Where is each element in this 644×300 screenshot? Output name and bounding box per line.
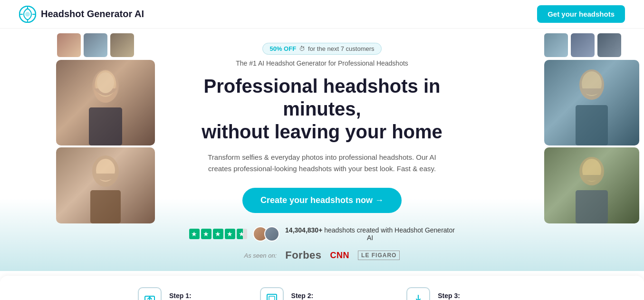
right-main-photos [539,60,644,223]
as-seen-label: As seen on: [244,252,277,259]
svg-rect-23 [269,296,275,300]
star-2: ★ [201,229,211,239]
step-3: Step 3: Download your headshot [406,287,506,300]
step-2-title: Step 2: [291,292,369,300]
left-photos [0,29,162,223]
steps-section: Step 1: Upload your selfies Step 2: Our … [0,276,644,300]
step-2-icon [260,287,284,300]
step-3-text: Step 3: Download your headshot [438,292,506,300]
hero-section: 50% OFF ⏱ for the next 7 customers The #… [0,29,644,271]
svg-rect-8 [89,107,122,145]
headline-line2: without leaving your home [202,121,442,142]
as-seen-on: As seen on: Forbes CNN LE FIGARO [189,249,455,261]
svg-point-1 [25,12,30,17]
left-thumbs [0,29,162,57]
right-photo-1 [544,60,639,145]
right-thumb-1 [544,33,568,57]
user-avatars [253,226,279,242]
star-1: ★ [189,229,200,239]
left-thumb-1 [57,33,81,57]
off-text: 50% OFF [269,45,296,52]
svg-rect-15 [576,105,608,145]
step-2-text: Step 2: Our AI generates the photos [291,292,369,300]
subtitle-line: The #1 AI Headshot Generator for Profess… [189,59,455,67]
step-1: Step 1: Upload your selfies [138,287,222,300]
svg-rect-18 [576,190,608,223]
forbes-logo: Forbes [285,249,321,261]
logo-icon [19,6,36,23]
trust-suffix: headshots created with Headshot Generato… [322,226,455,242]
svg-point-10 [97,72,114,93]
left-thumb-2 [84,33,107,57]
trustpilot-stars: ★ ★ ★ ★ ★ [189,229,247,239]
logo-text: Headshot Generator AI [41,9,144,19]
trust-row: ★ ★ ★ ★ ★ 14,304,830+ headshots created … [189,226,455,242]
right-photo-2 [544,147,639,223]
hero-cta-button[interactable]: Create your headshots now → [242,188,402,213]
star-5-half: ★ [237,229,247,239]
figaro-logo: LE FIGARO [358,251,400,260]
header-cta-button[interactable]: Get your headshots [537,5,625,23]
star-3: ★ [213,229,223,239]
step-1-title: Step 1: [169,292,222,300]
step-3-icon [406,287,430,300]
star-4: ★ [225,229,235,239]
left-photo-2 [56,147,155,223]
logo-area: Headshot Generator AI [19,6,144,23]
description: Transform selfies & everyday photos into… [189,152,455,174]
svg-rect-22 [267,294,277,300]
center-content: 50% OFF ⏱ for the next 7 customers The #… [189,38,455,266]
headshot-count: 14,304,830+ [285,226,322,234]
left-thumb-3 [110,33,134,57]
headline: Professional headshots in minutes, witho… [189,75,455,143]
headline-line1: Professional headshots in minutes, [204,76,441,119]
cnn-logo: CNN [330,251,350,261]
left-main-photos [0,60,162,223]
step-3-title: Step 3: [438,292,506,300]
step-2: Step 2: Our AI generates the photos [260,287,369,300]
right-thumbs [539,29,644,57]
clock-icon: ⏱ [299,45,305,52]
header: Headshot Generator AI Get your headshots [0,0,644,29]
avatar-2 [264,226,279,242]
svg-rect-12 [90,190,121,223]
discount-badge: 50% OFF ⏱ for the next 7 customers [262,43,381,55]
right-thumb-3 [597,33,621,57]
trust-count-text: 14,304,830+ headshots created with Heads… [285,226,455,242]
timer-text: for the next 7 customers [308,45,374,52]
left-photo-1 [56,60,155,145]
right-photos [539,29,644,223]
right-thumb-2 [571,33,595,57]
step-1-text: Step 1: Upload your selfies [169,292,222,300]
step-1-icon [138,287,162,300]
